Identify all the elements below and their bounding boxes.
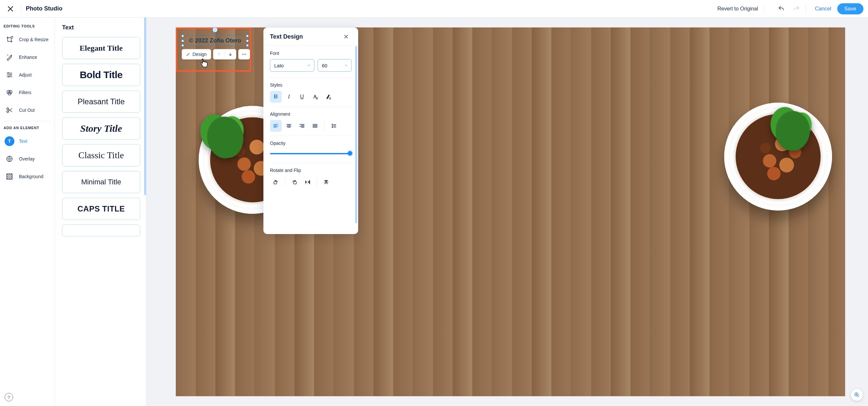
preset-label: CAPS TITLE bbox=[78, 204, 125, 214]
undo-button[interactable] bbox=[776, 3, 787, 15]
font-family-select[interactable]: Lato bbox=[270, 59, 314, 71]
canvas[interactable]: © 2022 Zofía Otero Design bbox=[147, 18, 868, 406]
rotate-left-icon bbox=[273, 179, 279, 185]
panel-title: Text Design bbox=[270, 33, 303, 40]
scrollbar[interactable] bbox=[144, 18, 146, 195]
text-content[interactable]: © 2022 Zofía Otero bbox=[189, 37, 241, 44]
line-spacing-button[interactable] bbox=[328, 120, 340, 132]
text-color-button[interactable] bbox=[309, 91, 321, 103]
resize-handle[interactable] bbox=[246, 44, 249, 47]
resize-handle[interactable] bbox=[246, 35, 249, 37]
resize-handle[interactable] bbox=[181, 39, 184, 42]
undo-icon bbox=[778, 5, 785, 12]
redo-button bbox=[790, 3, 802, 15]
send-backward-button[interactable] bbox=[225, 49, 236, 60]
underline-button[interactable]: U bbox=[296, 91, 308, 103]
highlight-color-button[interactable] bbox=[322, 91, 334, 103]
help-button[interactable]: ? bbox=[5, 393, 13, 401]
italic-button[interactable]: I bbox=[283, 91, 295, 103]
resize-handle[interactable] bbox=[181, 35, 184, 37]
align-right-button[interactable] bbox=[296, 120, 308, 132]
divider bbox=[317, 178, 317, 186]
preset-pleasant-title[interactable]: Pleasant Title bbox=[62, 91, 140, 113]
slider-thumb[interactable] bbox=[348, 151, 352, 156]
zoom-button[interactable] bbox=[851, 389, 863, 401]
tool-label: Filters bbox=[19, 90, 31, 95]
opacity-slider[interactable] bbox=[270, 150, 352, 157]
divider bbox=[270, 77, 352, 78]
close-panel-button[interactable] bbox=[344, 33, 352, 40]
tool-background[interactable]: Background bbox=[0, 168, 55, 185]
align-left-icon bbox=[273, 123, 279, 129]
align-justify-button[interactable] bbox=[309, 120, 321, 132]
preset-label: Elegant Title bbox=[80, 44, 123, 53]
svg-point-10 bbox=[242, 54, 243, 55]
flip-horizontal-button[interactable] bbox=[302, 176, 313, 188]
svg-rect-16 bbox=[294, 181, 297, 184]
overlay-icon bbox=[5, 154, 14, 164]
preset-label: Classic Title bbox=[79, 150, 124, 160]
divider bbox=[21, 4, 21, 13]
tool-filters[interactable]: Filters bbox=[0, 84, 55, 101]
tool-adjust[interactable]: Adjust bbox=[0, 66, 55, 84]
flip-vertical-button[interactable] bbox=[320, 176, 332, 188]
preset-story-title[interactable]: Story Title bbox=[62, 117, 140, 139]
align-center-icon bbox=[286, 123, 292, 129]
tool-label: Text bbox=[19, 138, 27, 144]
bold-button[interactable]: B bbox=[270, 91, 282, 103]
tool-text[interactable]: T Text bbox=[0, 132, 55, 150]
font-label: Font bbox=[270, 51, 352, 56]
save-button[interactable]: Save bbox=[837, 3, 863, 14]
resize-handle[interactable] bbox=[181, 44, 184, 47]
section-label-editing: EDITING TOOLS bbox=[0, 21, 55, 31]
font-size-select[interactable]: 60 bbox=[318, 59, 352, 71]
more-options-button[interactable] bbox=[238, 49, 250, 60]
preset-more[interactable] bbox=[62, 225, 140, 236]
chevron-down-icon bbox=[307, 63, 311, 67]
preset-caps-title[interactable]: CAPS TITLE bbox=[62, 198, 140, 220]
rotate-handle[interactable] bbox=[212, 27, 218, 32]
background-icon bbox=[5, 171, 14, 181]
design-label: Design bbox=[192, 52, 207, 57]
scrollbar[interactable] bbox=[355, 46, 357, 223]
align-center-button[interactable] bbox=[283, 120, 295, 132]
tool-cut-out[interactable]: Cut Out bbox=[0, 101, 55, 119]
tool-label: Background bbox=[19, 174, 43, 179]
bring-forward-button bbox=[213, 49, 224, 60]
rotate-icon bbox=[213, 28, 217, 31]
close-icon bbox=[7, 6, 13, 12]
tool-enhance[interactable]: Enhance bbox=[0, 49, 55, 66]
preset-elegant-title[interactable]: Elegant Title bbox=[62, 37, 140, 59]
chevron-down-icon bbox=[344, 63, 348, 67]
design-button[interactable]: Design bbox=[182, 49, 211, 60]
tool-label: Cut Out bbox=[19, 107, 35, 113]
svg-point-2 bbox=[8, 76, 9, 77]
preset-minimal-title[interactable]: Minimal Title bbox=[62, 171, 140, 193]
revert-button[interactable]: Revert to Original bbox=[717, 6, 758, 12]
rotate-right-button[interactable] bbox=[288, 176, 300, 188]
resize-handle[interactable] bbox=[246, 39, 249, 42]
cancel-button[interactable]: Cancel bbox=[815, 6, 831, 12]
arrow-down-icon bbox=[228, 52, 233, 57]
preset-label: Pleasant Title bbox=[78, 97, 125, 106]
tool-overlay[interactable]: Overlay bbox=[0, 150, 55, 168]
preset-bold-title[interactable]: Bold Title bbox=[62, 64, 140, 86]
rotate-left-button[interactable] bbox=[270, 176, 282, 188]
tool-label: Adjust bbox=[19, 72, 32, 77]
close-button[interactable] bbox=[5, 3, 16, 15]
divider bbox=[324, 122, 324, 130]
more-icon bbox=[242, 52, 247, 57]
text-element[interactable]: © 2022 Zofía Otero bbox=[182, 36, 248, 46]
svg-point-11 bbox=[244, 54, 244, 55]
text-design-panel: Text Design Font Lato 60 bbox=[264, 27, 358, 234]
divider bbox=[270, 163, 352, 163]
preset-classic-title[interactable]: Classic Title bbox=[62, 144, 140, 166]
highlight-icon bbox=[325, 93, 331, 100]
divider bbox=[764, 4, 764, 13]
divider bbox=[285, 178, 285, 186]
align-left-button[interactable] bbox=[270, 120, 282, 132]
tool-crop-resize[interactable]: Crop & Resize bbox=[0, 31, 55, 49]
divider bbox=[270, 136, 352, 136]
redo-icon bbox=[793, 5, 800, 12]
opacity-label: Opacity bbox=[270, 140, 352, 146]
